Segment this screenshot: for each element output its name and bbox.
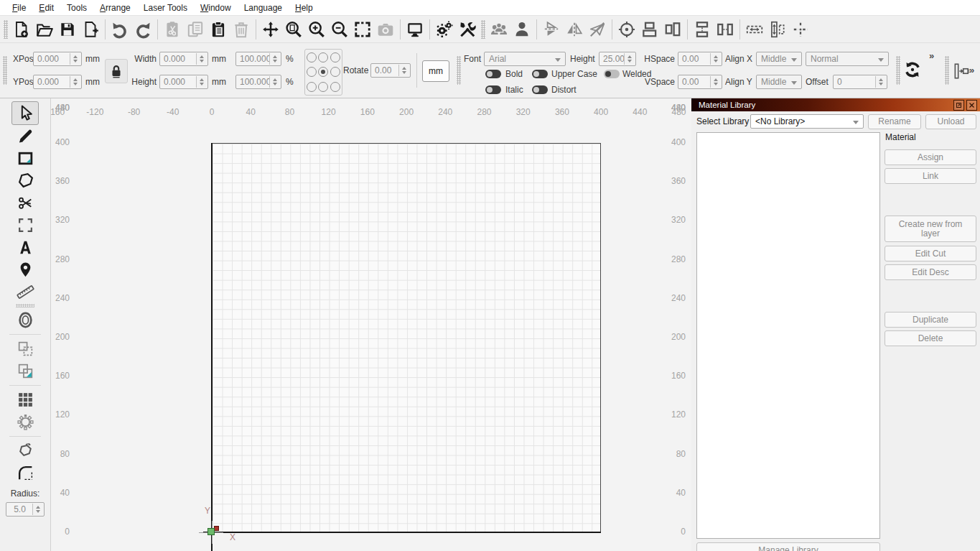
ungroup-button[interactable] <box>510 18 533 41</box>
width-percent-field[interactable]: 100.000 <box>235 52 281 66</box>
width-percent-spinner[interactable] <box>269 53 280 65</box>
bold-toggle[interactable] <box>485 70 501 78</box>
align-v-center-button[interactable] <box>661 18 684 41</box>
rotate-field[interactable]: 0.00 <box>370 63 411 78</box>
anchor-middle-left[interactable] <box>307 67 317 77</box>
hspace-spinner[interactable] <box>710 53 721 65</box>
toolbar-drag-handle[interactable] <box>457 56 461 85</box>
grid-array-tool-button[interactable] <box>12 389 38 411</box>
zoom-out-button[interactable] <box>328 18 351 41</box>
aligny-dropdown[interactable]: Middle <box>756 75 802 89</box>
menu-laser-tools[interactable]: Laser Tools <box>137 1 194 15</box>
flip-vertical-button[interactable] <box>540 18 563 41</box>
paste-button[interactable] <box>207 18 230 41</box>
distribute-v-button[interactable] <box>714 18 737 41</box>
toolbar-overflow-chevron[interactable]: » <box>929 50 934 61</box>
zoom-to-page-button[interactable] <box>282 18 305 41</box>
snap-button[interactable] <box>789 18 812 41</box>
weld-tool-button[interactable] <box>12 338 38 360</box>
link-button[interactable]: Link <box>885 168 976 184</box>
anchor-middle-right[interactable] <box>330 67 340 77</box>
distribute-h-button[interactable] <box>691 18 714 41</box>
hspace-field[interactable]: 0.00 <box>678 52 722 66</box>
rotate-spinner[interactable] <box>398 65 409 76</box>
anchor-center[interactable] <box>318 67 328 77</box>
create-new-from-layer-button[interactable]: Create new from layer <box>885 216 976 242</box>
vspace-spinner[interactable] <box>710 76 721 88</box>
delete-button[interactable]: Delete <box>885 330 976 346</box>
refresh-fonts-button[interactable] <box>903 60 922 79</box>
redo-button[interactable] <box>131 18 154 41</box>
ypos-field[interactable]: 0.000 <box>33 75 82 89</box>
new-file-button[interactable] <box>10 18 33 41</box>
menu-language[interactable]: Language <box>238 1 289 15</box>
save-button[interactable] <box>56 18 79 41</box>
font-height-spinner[interactable] <box>624 53 635 65</box>
group-button[interactable] <box>487 18 510 41</box>
position-button[interactable] <box>615 18 638 41</box>
units-button[interactable]: mm <box>422 60 449 82</box>
ypos-spinner[interactable] <box>70 76 80 88</box>
edit-cut-button[interactable]: Edit Cut <box>885 246 976 261</box>
settings-button[interactable] <box>433 18 456 41</box>
palette-drag-handle[interactable] <box>16 304 34 307</box>
same-height-button[interactable] <box>766 18 789 41</box>
menu-help[interactable]: Help <box>289 1 319 15</box>
material-list[interactable] <box>696 132 880 539</box>
material-library-titlebar[interactable]: Material Library <box>691 98 980 111</box>
rectangle-tool-button[interactable] <box>12 147 38 170</box>
font-dropdown[interactable]: Arial <box>484 52 566 66</box>
anchor-bottom-left[interactable] <box>307 82 317 92</box>
assign-button[interactable]: Assign <box>885 149 976 165</box>
width-field[interactable]: 0.000 <box>159 52 208 66</box>
distort-toggle[interactable] <box>532 85 548 94</box>
zoom-in-button[interactable] <box>305 18 328 41</box>
toolbar-drag-handle[interactable] <box>945 56 949 85</box>
circular-array-tool-button[interactable] <box>12 411 38 433</box>
text-offset-field[interactable]: 0 <box>833 75 887 89</box>
unload-button[interactable]: Unload <box>925 114 976 129</box>
height-field[interactable]: 0.000 <box>159 75 208 89</box>
toolbar-drag-handle[interactable] <box>3 56 7 85</box>
anchor-top-left[interactable] <box>307 52 317 62</box>
italic-toggle[interactable] <box>485 85 501 94</box>
fillet-tool-button[interactable] <box>12 462 38 484</box>
toolbar-overflow-chevron[interactable]: » <box>969 65 974 75</box>
anchor-top-right[interactable] <box>330 52 340 62</box>
rename-button[interactable]: Rename <box>868 114 921 129</box>
menu-tools[interactable]: Tools <box>60 1 93 15</box>
frame-tool-tool-button[interactable] <box>12 214 38 236</box>
work-area-grid[interactable] <box>212 143 601 532</box>
device-settings-button[interactable] <box>456 18 479 41</box>
offset-shapes-tool-button[interactable] <box>12 309 38 331</box>
polygon-tool-button[interactable] <box>12 170 38 192</box>
vspace-field[interactable]: 0.00 <box>678 75 722 89</box>
toolbar-drag-handle[interactable] <box>896 56 900 85</box>
anchor-bottom-right[interactable] <box>330 82 340 92</box>
anchor-bottom-center[interactable] <box>318 82 328 92</box>
draw-lines-tool-button[interactable] <box>12 125 38 147</box>
menu-arrange[interactable]: Arrange <box>93 1 137 15</box>
radius-field[interactable]: 5.0 <box>6 502 45 517</box>
mirror-button[interactable] <box>586 18 609 41</box>
text-style-dropdown[interactable]: Normal <box>806 52 889 66</box>
xpos-spinner[interactable] <box>70 53 80 65</box>
text-offset-spinner[interactable] <box>875 76 886 88</box>
boolean-ops-tool-button[interactable] <box>12 360 38 382</box>
alignx-dropdown[interactable]: Middle <box>756 52 802 66</box>
preview-button[interactable] <box>403 18 426 41</box>
welded-toggle[interactable] <box>604 70 620 78</box>
menu-file[interactable]: File <box>6 1 32 15</box>
edit-nodes-tool-button[interactable] <box>12 192 38 214</box>
width-spinner[interactable] <box>196 53 207 65</box>
flip-horizontal-button[interactable] <box>563 18 586 41</box>
uppercase-toggle[interactable] <box>532 70 548 78</box>
frame-selection-button[interactable] <box>351 18 374 41</box>
xpos-field[interactable]: 0.000 <box>33 52 82 66</box>
toolbar-drag-handle[interactable] <box>4 20 8 39</box>
select-tool-button[interactable] <box>11 101 39 125</box>
menu-window[interactable]: Window <box>194 1 238 15</box>
align-h-center-button[interactable] <box>638 18 661 41</box>
manage-library-button[interactable]: Manage Library <box>696 542 880 551</box>
font-height-field[interactable]: 25.00 <box>599 52 636 66</box>
